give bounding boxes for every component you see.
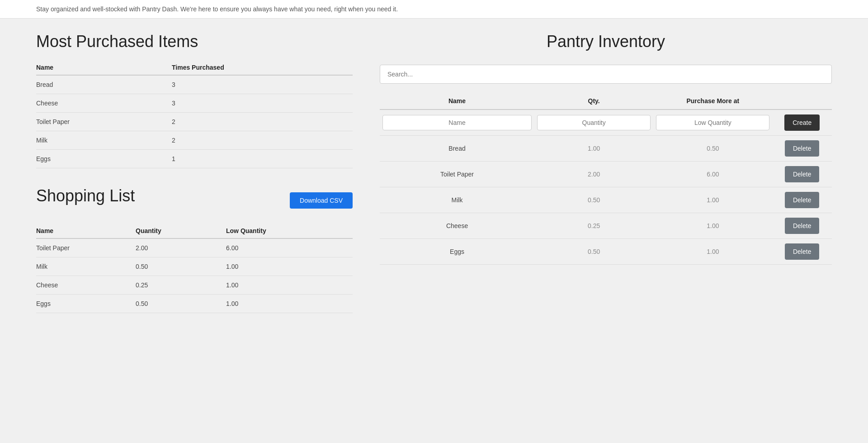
table-row: Cheese 3 xyxy=(36,94,353,113)
delete-button[interactable]: Delete xyxy=(785,243,819,260)
shopping-col-name: Name xyxy=(36,224,136,238)
shopping-item-low-qty: 6.00 xyxy=(226,238,353,257)
most-purchased-item-times: 1 xyxy=(172,150,353,168)
inventory-item-low-qty: 1.00 xyxy=(653,187,772,213)
banner-text: Stay organized and well-stocked with Pan… xyxy=(36,5,398,13)
shopping-item-name: Eggs xyxy=(36,295,136,313)
top-banner: Stay organized and well-stocked with Pan… xyxy=(0,0,868,19)
shopping-col-low-qty: Low Quantity xyxy=(226,224,353,238)
inventory-item-name: Cheese xyxy=(380,213,534,239)
shopping-item-qty: 2.00 xyxy=(136,238,226,257)
inventory-row: Bread 1.00 0.50 Delete xyxy=(380,136,832,162)
inventory-item-name: Toilet Paper xyxy=(380,162,534,187)
most-purchased-item-times: 2 xyxy=(172,131,353,150)
new-low-qty-input[interactable] xyxy=(656,115,769,130)
shopping-item-low-qty: 1.00 xyxy=(226,276,353,295)
most-purchased-item-times: 2 xyxy=(172,113,353,131)
list-item: Milk 0.50 1.00 xyxy=(36,257,353,276)
shopping-item-name: Cheese xyxy=(36,276,136,295)
list-item: Toilet Paper 2.00 6.00 xyxy=(36,238,353,257)
shopping-item-qty: 0.50 xyxy=(136,257,226,276)
delete-button[interactable]: Delete xyxy=(785,166,819,182)
shopping-list-header: Shopping List Download CSV xyxy=(36,186,353,214)
inventory-item-qty: 0.50 xyxy=(534,187,653,213)
most-purchased-item-times: 3 xyxy=(172,94,353,113)
delete-button[interactable]: Delete xyxy=(785,140,819,157)
most-purchased-col-name: Name xyxy=(36,60,172,75)
left-panel: Most Purchased Items Name Times Purchase… xyxy=(36,32,353,313)
most-purchased-item-name: Cheese xyxy=(36,94,172,113)
search-input[interactable] xyxy=(380,65,832,84)
shopping-item-low-qty: 1.00 xyxy=(226,295,353,313)
inventory-item-low-qty: 1.00 xyxy=(653,213,772,239)
download-csv-button[interactable]: Download CSV xyxy=(290,192,353,209)
create-button[interactable]: Create xyxy=(784,114,820,131)
most-purchased-item-name: Toilet Paper xyxy=(36,113,172,131)
inventory-item-low-qty: 0.50 xyxy=(653,136,772,162)
most-purchased-title: Most Purchased Items xyxy=(36,32,353,51)
inventory-item-qty: 2.00 xyxy=(534,162,653,187)
most-purchased-col-times: Times Purchased xyxy=(172,60,353,75)
inventory-item-qty: 0.50 xyxy=(534,239,653,265)
new-name-input[interactable] xyxy=(382,115,532,130)
table-row: Eggs 1 xyxy=(36,150,353,168)
inventory-item-name: Milk xyxy=(380,187,534,213)
shopping-col-qty: Quantity xyxy=(136,224,226,238)
most-purchased-item-name: Bread xyxy=(36,75,172,94)
most-purchased-item-name: Eggs xyxy=(36,150,172,168)
most-purchased-table: Name Times Purchased Bread 3 Cheese 3 To… xyxy=(36,60,353,168)
inventory-item-low-qty: 6.00 xyxy=(653,162,772,187)
inventory-item-qty: 1.00 xyxy=(534,136,653,162)
shopping-item-qty: 0.50 xyxy=(136,295,226,313)
most-purchased-item-times: 3 xyxy=(172,75,353,94)
pantry-inventory-title: Pantry Inventory xyxy=(380,32,832,51)
shopping-item-name: Toilet Paper xyxy=(36,238,136,257)
shopping-list-table: Name Quantity Low Quantity Toilet Paper … xyxy=(36,224,353,313)
table-row: Toilet Paper 2 xyxy=(36,113,353,131)
inventory-col-name: Name xyxy=(380,93,534,110)
inventory-col-purchase-more: Purchase More at xyxy=(653,93,772,110)
list-item: Cheese 0.25 1.00 xyxy=(36,276,353,295)
delete-button[interactable]: Delete xyxy=(785,218,819,234)
inventory-row: Toilet Paper 2.00 6.00 Delete xyxy=(380,162,832,187)
most-purchased-item-name: Milk xyxy=(36,131,172,150)
inventory-item-qty: 0.25 xyxy=(534,213,653,239)
inventory-row: Milk 0.50 1.00 Delete xyxy=(380,187,832,213)
inventory-col-qty: Qty. xyxy=(534,93,653,110)
inventory-item-name: Eggs xyxy=(380,239,534,265)
right-panel: Pantry Inventory Name Qty. Purchase More… xyxy=(380,32,832,313)
table-row: Milk 2 xyxy=(36,131,353,150)
inventory-row: Cheese 0.25 1.00 Delete xyxy=(380,213,832,239)
shopping-item-name: Milk xyxy=(36,257,136,276)
inventory-new-row: Create xyxy=(380,110,832,136)
inventory-row: Eggs 0.50 1.00 Delete xyxy=(380,239,832,265)
shopping-list-title: Shopping List xyxy=(36,186,135,205)
inventory-item-name: Bread xyxy=(380,136,534,162)
inventory-table: Name Qty. Purchase More at xyxy=(380,93,832,265)
table-row: Bread 3 xyxy=(36,75,353,94)
new-qty-input[interactable] xyxy=(537,115,651,130)
shopping-item-low-qty: 1.00 xyxy=(226,257,353,276)
list-item: Eggs 0.50 1.00 xyxy=(36,295,353,313)
delete-button[interactable]: Delete xyxy=(785,192,819,208)
shopping-item-qty: 0.25 xyxy=(136,276,226,295)
inventory-item-low-qty: 1.00 xyxy=(653,239,772,265)
